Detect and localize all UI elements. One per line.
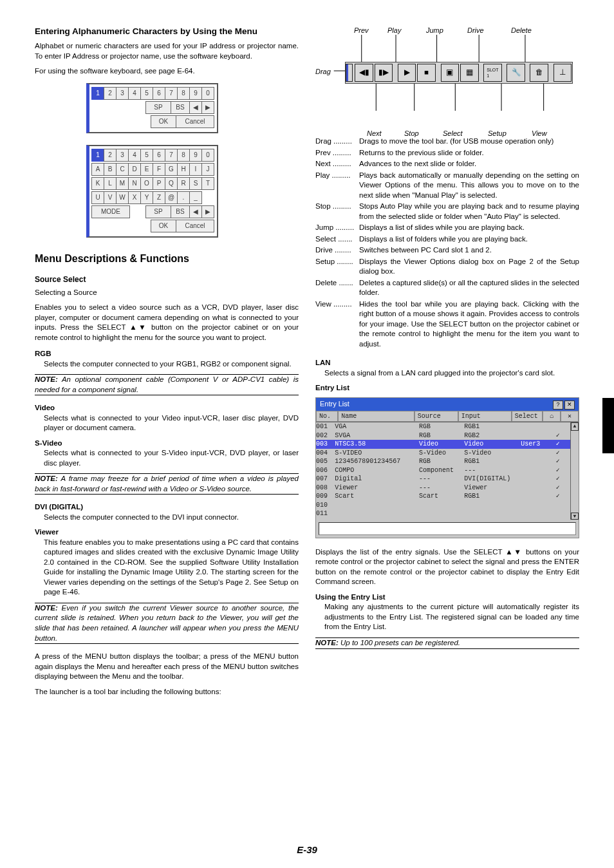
heading-viewer: Viewer — [35, 527, 299, 538]
definition-row: Drive ........Switches between PC Card s… — [315, 245, 579, 256]
entry-list-header: No. Name Source Input Select ⌂ ✕ — [316, 411, 579, 423]
definition-term: Next ......... — [315, 160, 351, 167]
key-cancel: Cancel — [176, 115, 214, 128]
definition-row: Select .......Displays a list of folders… — [315, 234, 579, 245]
definition-term: Jump ......... — [315, 223, 354, 231]
key-digit: 0 — [201, 87, 214, 100]
para: Selects what is connected to your Video … — [44, 413, 299, 433]
label-view: View — [532, 129, 547, 138]
key-letter: U — [91, 191, 104, 204]
label-play: Play — [387, 26, 401, 35]
key-letter: Z — [153, 191, 165, 204]
toolbar-diagram: Prev Play Jump Drive Delete Drag — [315, 26, 579, 129]
definition-desc: Advances to the next slide or folder. — [359, 159, 579, 169]
key-ok: OK — [151, 220, 176, 232]
key-ok: OK — [151, 115, 176, 128]
key-letter: L — [104, 177, 116, 190]
key-letter: . — [177, 191, 190, 204]
key-letter: Q — [165, 177, 178, 190]
definition-term: Play ......... — [315, 171, 350, 179]
heading-video: Video — [35, 403, 299, 413]
para: A press of the MENU button displays the … — [35, 652, 299, 682]
key-digit: 5 — [140, 149, 153, 162]
entry-list-title: Entry List — [320, 399, 349, 409]
key-letter: M — [116, 177, 129, 190]
table-row: 004S-VIDEOS-VideoS-Video✓ — [316, 449, 579, 458]
entry-list-input — [319, 522, 576, 535]
definition-desc: Switches between PC Card slot 1 and 2. — [359, 245, 579, 256]
label-stop: Stop — [404, 129, 419, 138]
para: Alphabet or numeric characters are used … — [35, 41, 299, 61]
definition-row: View .........Hides the tool bar while y… — [315, 299, 579, 350]
key-letter: G — [165, 163, 178, 176]
definition-term: Delete ....... — [315, 279, 353, 287]
para: This feature enables you to make present… — [44, 538, 299, 598]
definition-row: Jump .........Displays a list of slides … — [315, 223, 579, 233]
label-drive: Drive — [467, 26, 484, 35]
right-column: Prev Play Jump Drive Delete Drag — [315, 26, 579, 702]
drive-icon: SLOT1 — [483, 64, 501, 82]
key-digit: 4 — [128, 87, 141, 100]
help-icon: ? — [553, 401, 563, 410]
delete-col-icon: ✕ — [561, 411, 579, 422]
para: Selects the computer connected to your R… — [44, 359, 299, 370]
para: Selecting a Source — [35, 288, 299, 298]
table-row: 011 — [316, 509, 579, 518]
select-icon: ▦ — [460, 64, 478, 82]
key-letter: D — [128, 163, 141, 176]
key-letter: P — [153, 177, 165, 190]
view-icon: ⊥ — [554, 64, 572, 82]
label-select: Select — [443, 129, 463, 138]
label-jump: Jump — [426, 26, 443, 35]
software-keyboard-numeric: 1234567890 SP BS ◀ ▶ OK Cancel — [86, 83, 247, 133]
scroll-down-icon: ▼ — [571, 513, 579, 520]
key-letter: Y — [140, 191, 153, 204]
note-box: NOTE: Even if you switch the current Vie… — [35, 603, 299, 644]
setup-icon: 🔧 — [507, 64, 525, 82]
key-digit: 6 — [153, 149, 165, 162]
heading-dvi: DVI (DIGITAL) — [35, 502, 299, 513]
key-digit: 9 — [189, 149, 202, 162]
label-next: Next — [367, 129, 382, 138]
definition-term: Stop ......... — [315, 202, 351, 210]
para: Selects a signal from a LAN card plugged… — [324, 368, 579, 379]
key-letter: K — [91, 177, 104, 190]
entry-list-window: Entry List ?✕ No. Name Source Input Sele… — [315, 397, 579, 538]
table-row: 001VGARGBRGB1 — [316, 422, 579, 431]
delete-icon: 🗑 — [530, 64, 548, 82]
definition-desc: Displays a list of slides while you are … — [359, 223, 579, 233]
key-letter: E — [140, 163, 153, 176]
label-prev: Prev — [354, 26, 369, 35]
note-box: NOTE: An optional component cable (Compo… — [35, 374, 299, 395]
key-bs: BS — [171, 101, 190, 114]
note-box: NOTE: Up to 100 presets can be registere… — [315, 637, 579, 649]
definition-term: Drag ......... — [315, 137, 352, 145]
table-row: 003NTSC3.58VideoVideoUser3✓ — [316, 440, 579, 449]
software-keyboard-alpha: 1234567890 ABCDEFGHIJ KLMNOPQRST UVWXYZ@… — [86, 145, 247, 238]
definition-row: Prev .........Returns to the previous sl… — [315, 148, 579, 158]
definition-term: Setup ........ — [315, 258, 353, 265]
scroll-up-icon: ▲ — [571, 422, 579, 431]
key-letter: @ — [165, 191, 178, 204]
note-box: NOTE: A frame may freeze for a brief per… — [35, 473, 299, 495]
definition-row: Delete .......Deletes a captured slide(s… — [315, 278, 579, 298]
definition-row: Play .........Plays back automatically o… — [315, 171, 579, 201]
table-row: 007Digital---DVI(DIGITAL)✓ — [316, 475, 579, 484]
heading-svideo: S-Video — [35, 439, 299, 449]
key-letter: F — [153, 163, 165, 176]
key-digit: 8 — [177, 87, 190, 100]
next-icon: ▮▶ — [375, 64, 393, 82]
definition-desc: Displays the Viewer Options dialog box o… — [359, 257, 579, 277]
heading-using-entry-list: Using the Entry List — [315, 592, 579, 603]
toolbar-definitions: Drag .........Drags to move the tool bar… — [315, 137, 579, 349]
window-buttons: ?✕ — [552, 399, 575, 410]
table-row: 009ScartScartRGB1✓ — [316, 492, 579, 501]
key-digit: 1 — [91, 149, 104, 162]
label-delete: Delete — [511, 26, 532, 35]
key-letter: _ — [189, 191, 202, 204]
key-digit: 8 — [177, 149, 190, 162]
key-letter: I — [189, 163, 202, 176]
left-column: Entering Alphanumeric Characters by Usin… — [35, 26, 299, 702]
key-mode: MODE — [91, 205, 130, 218]
definition-term: Select ....... — [315, 235, 353, 243]
